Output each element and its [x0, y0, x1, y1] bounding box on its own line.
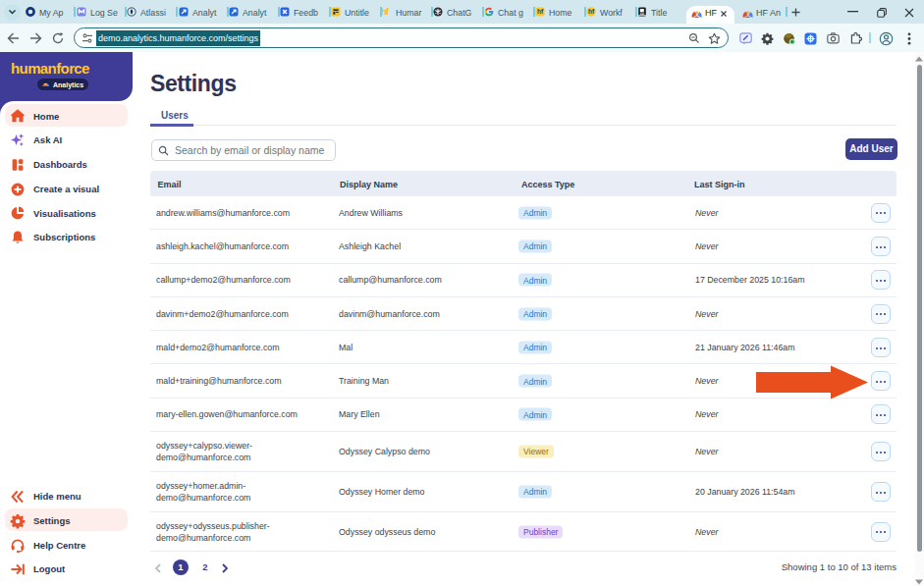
svg-text:hf: hf: [588, 8, 595, 15]
svg-text:hf: hf: [537, 8, 544, 15]
